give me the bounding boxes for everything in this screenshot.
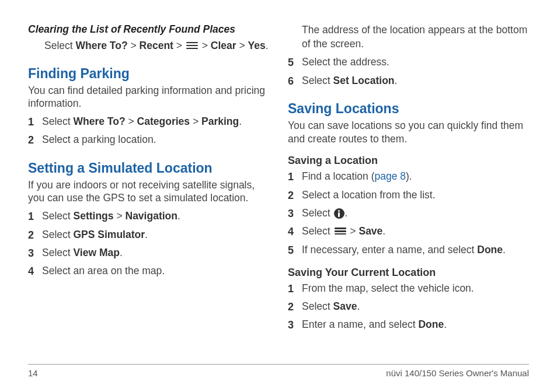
list-item: 1 Select Where To? > Categories > Parkin… [28, 115, 269, 129]
bold: Recent [140, 40, 173, 51]
bold: Done [418, 318, 444, 330]
bold: Save [333, 300, 357, 312]
text: Enter a name, and select [302, 318, 418, 330]
bold: GPS Simulator [74, 229, 145, 240]
sub1-steps: 1 Find a location (page 8). 2 Select a l… [288, 170, 529, 257]
dot: . [382, 225, 385, 237]
step-num: 2 [28, 133, 42, 147]
list-item: 2 Select a location from the list. [288, 188, 529, 202]
step-text: Select Save. [302, 300, 529, 314]
step-text: Select Settings > Navigation. [42, 209, 269, 223]
bold: Save [358, 225, 382, 237]
saving-intro: You can save locations so you can quickl… [288, 119, 529, 146]
sub1-title: Saving a Location [288, 155, 529, 167]
bold: Parking [201, 116, 239, 127]
list-item: 1 Select Settings > Navigation. [28, 209, 269, 223]
parking-intro: You can find detailed parking informatio… [28, 84, 269, 111]
dot: . [239, 116, 242, 127]
bold: Clear [211, 40, 236, 51]
bold: Categories [137, 116, 190, 127]
dot: . [444, 318, 447, 330]
text: Select [302, 225, 333, 237]
step-text: Select Set Location. [302, 74, 529, 88]
page-link[interactable]: page 8 [375, 170, 406, 182]
step-text: Select View Map. [42, 246, 269, 260]
text: Select [42, 229, 74, 240]
list-item: 2 Select a parking location. [28, 133, 269, 147]
footer: 14 nüvi 140/150 Series Owner's Manual [28, 364, 529, 378]
step-text: Select a location from the list. [302, 188, 529, 202]
step-num: 2 [288, 188, 302, 202]
list-item: 1 Find a location (page 8). [288, 170, 529, 184]
bold: Navigation [126, 210, 177, 222]
menu-icon [186, 42, 198, 50]
menu-icon [335, 228, 346, 236]
step-text: From the map, select the vehicle icon. [302, 282, 529, 296]
parking-title: Finding Parking [28, 66, 269, 82]
text: Select [44, 40, 76, 51]
simloc-title: Setting a Simulated Location [28, 160, 269, 176]
dot: . [266, 40, 269, 51]
clearing-step: Select Where To? > Recent > > Clear > Ye… [28, 39, 269, 53]
sep: > [199, 40, 211, 51]
cont-note: The address of the location appears at t… [288, 23, 529, 51]
step-text: Select > Save. [302, 225, 529, 239]
text: If necessary, enter a name, and select [302, 244, 477, 256]
step-num: 5 [288, 243, 302, 257]
text: Select [302, 207, 333, 219]
list-item: 1 From the map, select the vehicle icon. [288, 282, 529, 296]
step-num: 1 [288, 282, 302, 296]
list-item: 5 Select the address. [288, 55, 529, 69]
dot: . [395, 75, 398, 86]
dot: . [345, 207, 348, 219]
step-text: Find a location (page 8). [302, 170, 529, 184]
left-column: Clearing the List of Recently Found Plac… [28, 23, 269, 356]
sub2-steps: 1 From the map, select the vehicle icon.… [288, 282, 529, 332]
parking-steps: 1 Select Where To? > Categories > Parkin… [28, 115, 269, 148]
dot: ). [406, 170, 412, 182]
sep: > [114, 210, 126, 222]
clearing-title: Clearing the List of Recently Found Plac… [28, 23, 269, 36]
list-item: 3 Select View Map. [28, 246, 269, 260]
step-num: 2 [28, 228, 42, 242]
bold: Where To? [76, 40, 128, 51]
bold: View Map [74, 247, 120, 258]
simloc-steps: 1 Select Settings > Navigation. 2 Select… [28, 209, 269, 278]
step-text: Select the address. [302, 55, 529, 69]
list-item: 5 If necessary, enter a name, and select… [288, 243, 529, 257]
step-num: 3 [288, 206, 302, 220]
sep: > [347, 225, 359, 237]
bold: Settings [74, 210, 114, 222]
step-num: 3 [28, 246, 42, 260]
dot: . [120, 247, 123, 258]
bold: Set Location [333, 75, 395, 86]
text: Select [42, 247, 74, 258]
step-text: Enter a name, and select Done. [302, 318, 529, 332]
sep: > [236, 40, 248, 51]
dot: . [357, 300, 360, 312]
step-num: 5 [288, 55, 302, 69]
list-item: 2 Select GPS Simulator. [28, 228, 269, 242]
info-icon [334, 208, 344, 219]
text: Select [302, 300, 333, 312]
sep: > [126, 116, 137, 127]
step-num: 2 [288, 300, 302, 314]
step-num: 3 [288, 318, 302, 332]
step-text: Select an area on the map. [42, 264, 269, 278]
text: Select [42, 210, 74, 222]
sub2-title: Saving Your Current Location [288, 267, 529, 279]
simloc-intro: If you are indoors or not receiving sate… [28, 178, 269, 205]
list-item: 4 Select > Save. [288, 225, 529, 239]
list-item: 4 Select an area on the map. [28, 264, 269, 278]
step-num: 1 [28, 115, 42, 129]
list-item: 2 Select Save. [288, 300, 529, 314]
saving-title: Saving Locations [288, 101, 529, 117]
page-number: 14 [28, 368, 38, 378]
text: Find a location ( [302, 170, 375, 182]
text: Select [302, 75, 333, 86]
step-num: 4 [28, 264, 42, 278]
sep: > [190, 116, 201, 127]
right-column: The address of the location appears at t… [288, 23, 529, 356]
step-num: 4 [288, 225, 302, 239]
step-num: 1 [28, 209, 42, 223]
